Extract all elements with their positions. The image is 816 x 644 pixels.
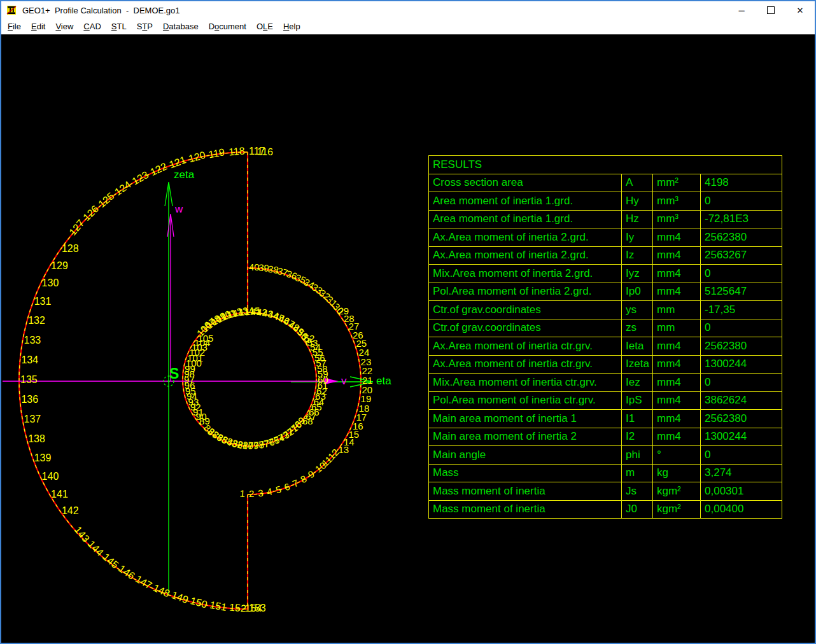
menu-item-document[interactable]: Document [204,19,251,34]
maximize-button[interactable] [756,1,785,19]
results-table-row: Cross section areaAmm²4198 [429,174,782,192]
result-unit: mm4 [653,355,701,374]
menu-item-cad[interactable]: CAD [78,19,106,34]
results-table-row: Area moment of inertia 1.grd.Hymm³0 [429,192,782,211]
result-unit: mm³ [653,192,701,211]
result-value: 0 [701,265,782,283]
window-title: GEO1+ Profile Calculation - DEMOE.go1 [22,6,179,15]
point-number-label: 4 [266,486,273,497]
result-value: 0 [701,192,782,211]
results-table-title: RESULTS [429,156,782,174]
result-unit: mm4 [653,391,701,410]
point-number-label: 2 [249,488,254,499]
menu-item-stl[interactable]: STL [106,19,132,34]
point-number-label: 119 [208,146,225,160]
result-symbol: zs [622,319,653,337]
result-label: Ax.Area moment of inertia ctr.grv. [429,355,622,374]
title-bar: GEO1+ Profile Calculation - DEMOE.go1 ─ … [1,1,815,19]
result-label: Mix.Area moment of inertia ctr.grv. [429,374,622,392]
result-label: Main area moment of inertia 1 [429,410,622,428]
point-number-label: 138 [28,433,45,444]
menu-item-view[interactable]: View [50,19,78,34]
minimize-button[interactable]: ─ [727,1,756,19]
results-table-row: Mix.Area moment of inertia ctr.grv.Iezmm… [429,374,782,392]
menu-item-ole[interactable]: OLE [251,19,278,34]
result-value: 0,00301 [701,482,782,501]
result-symbol: Js [622,482,653,501]
result-symbol: Iyz [622,265,653,283]
point-number-label: 8 [299,473,308,485]
result-symbol: Iez [622,374,653,392]
point-number-label: 21 [362,375,373,386]
result-value: 0 [701,446,782,465]
point-number-label: 126 [81,203,101,223]
result-symbol: J0 [622,500,653,519]
menu-item-help[interactable]: Help [278,19,306,34]
point-number-label: 3 [258,487,264,499]
maximize-icon [767,6,775,14]
point-number-label: 142 [62,505,79,516]
point-number-label: 152 [229,602,246,614]
results-table-row: Main area moment of inertia 2I2mm4130024… [429,428,782,446]
result-value: 3,274 [701,464,782,482]
cad-canvas[interactable]: zeta w v eta S 1234567891011121314151617… [1,34,815,643]
result-unit: mm³ [653,210,701,228]
menu-item-database[interactable]: Database [158,19,204,34]
result-value: 1300244 [701,355,782,374]
result-symbol: Ieta [622,337,653,356]
w-axis-label: w [174,203,183,215]
result-symbol: I1 [622,410,653,428]
point-number-label: 1 [239,487,246,499]
point-number-label: 130 [42,277,59,288]
result-label: Mix.Area moment of inertia 2.grd. [429,265,622,283]
result-value: 0 [701,374,782,392]
results-table-row: Pol.Area moment of inertia 2.grd.Ip0mm45… [429,283,782,301]
result-unit: mm4 [653,283,701,301]
menu-item-edit[interactable]: Edit [26,19,50,34]
results-table-row: Main area moment of inertia 1I1mm4256238… [429,410,782,428]
result-label: Area moment of inertia 1.grd. [429,192,622,211]
menu-item-file[interactable]: File [3,19,26,34]
result-label: Ctr.of grav.coordinates [429,301,622,319]
result-unit: ° [653,446,701,465]
result-label: Pol.Area moment of inertia 2.grd. [429,283,622,301]
menu-item-stp[interactable]: STP [132,19,158,34]
result-symbol: A [622,174,653,192]
result-value: 4198 [701,174,782,192]
result-value: 2563267 [701,246,782,265]
eta-axis-label: eta [376,375,391,387]
result-label: Mass moment of inertia [429,482,622,501]
result-unit: mm4 [653,337,701,356]
point-number-label: 40 [249,262,260,272]
result-label: Area moment of inertia 1.grd. [429,210,622,228]
point-number-label: 120 [187,150,206,164]
result-symbol: Hy [622,192,653,211]
results-table-row: Main anglephi°0 [429,446,782,465]
results-table-row: Area moment of inertia 1.grd.Hzmm³-72,81… [429,210,782,228]
result-symbol: phi [622,446,653,465]
point-number-label: 122 [148,161,168,178]
result-label: Main angle [429,446,622,465]
result-unit: kgm² [653,482,701,501]
point-number-label: 121 [167,154,187,170]
point-number-label: 139 [34,452,52,463]
close-button[interactable]: ✕ [785,1,815,19]
result-label: Ax.Area moment of inertia ctr.grv. [429,337,622,356]
result-symbol: Iz [622,246,653,265]
point-number-label: 127 [67,218,86,237]
point-number-label: 137 [24,414,41,424]
point-number-label: 22 [362,365,372,376]
result-label: Main area moment of inertia 2 [429,428,622,446]
results-table-row: Mix.Area moment of inertia 2.grd.Iyzmm40 [429,265,782,283]
point-number-label: 140 [42,471,59,482]
results-table-row: Ctr.of grav.coordinatesysmm-17,35 [429,301,782,319]
contour-segment [19,152,248,609]
result-symbol: I2 [622,428,653,446]
result-symbol: Izeta [622,355,653,374]
point-number-label: 143 [73,524,92,544]
point-number-label: 133 [24,335,41,346]
result-value: -72,81E3 [701,210,782,228]
point-number-label: 134 [21,354,38,365]
result-unit: mm² [653,174,701,192]
result-unit: mm4 [653,428,701,446]
